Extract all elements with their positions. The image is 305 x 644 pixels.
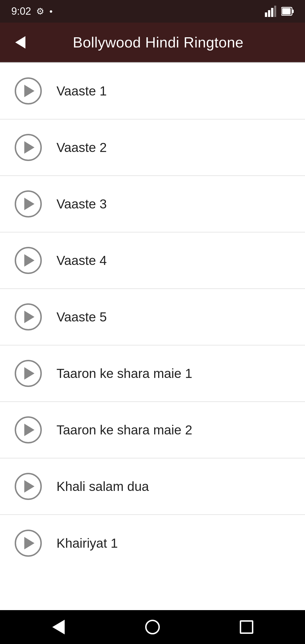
list-item[interactable]: Vaaste 1 xyxy=(0,63,305,119)
svg-rect-2 xyxy=(271,8,273,17)
play-circle-icon xyxy=(15,190,42,217)
nav-home-icon xyxy=(145,620,160,634)
play-circle-icon xyxy=(15,303,42,330)
play-circle-icon xyxy=(15,134,42,161)
ringtone-label: Vaaste 2 xyxy=(56,140,291,155)
play-circle-icon xyxy=(15,77,42,105)
play-triangle-icon xyxy=(24,537,34,549)
nav-home-button[interactable] xyxy=(141,616,164,638)
back-arrow-icon xyxy=(15,36,25,49)
play-circle-icon xyxy=(15,416,42,443)
play-button-5[interactable] xyxy=(14,303,42,331)
list-item[interactable]: Vaaste 4 xyxy=(0,232,305,289)
nav-back-icon xyxy=(52,620,65,634)
list-item[interactable]: Taaron ke shara maie 2 xyxy=(0,402,305,458)
page-title: Bollywood Hindi Ringtone xyxy=(42,34,274,51)
play-button-9[interactable] xyxy=(14,529,42,557)
svg-rect-3 xyxy=(274,6,276,17)
play-button-3[interactable] xyxy=(14,190,42,218)
play-triangle-icon xyxy=(24,367,34,380)
battery-icon xyxy=(281,6,294,16)
play-triangle-icon xyxy=(24,254,34,267)
back-button[interactable] xyxy=(10,32,30,53)
nav-back-button[interactable] xyxy=(47,616,70,638)
ringtone-label: Vaaste 1 xyxy=(56,83,291,99)
ringtone-label: Taaron ke shara maie 2 xyxy=(56,422,291,438)
svg-rect-6 xyxy=(282,8,291,14)
play-triangle-icon xyxy=(24,480,34,493)
list-item[interactable]: Khairiyat 1 xyxy=(0,515,305,571)
nav-bar xyxy=(0,610,305,644)
dot-indicator: • xyxy=(49,6,53,17)
app-bar: Bollywood Hindi Ringtone xyxy=(0,23,305,62)
play-triangle-icon xyxy=(24,311,34,323)
ringtone-label: Taaron ke shara maie 1 xyxy=(56,366,291,381)
play-triangle-icon xyxy=(24,85,34,97)
list-item[interactable]: Vaaste 3 xyxy=(0,176,305,232)
status-bar: 9:02 ⚙ • xyxy=(0,0,305,23)
play-circle-icon xyxy=(15,530,42,557)
nav-recents-button[interactable] xyxy=(235,616,258,638)
settings-icon: ⚙ xyxy=(36,6,44,17)
play-button-2[interactable] xyxy=(14,133,42,162)
play-button-6[interactable] xyxy=(14,359,42,388)
ringtone-label: Khairiyat 1 xyxy=(56,536,291,551)
play-triangle-icon xyxy=(24,141,34,154)
list-item[interactable]: Khali salam dua xyxy=(0,458,305,515)
svg-rect-0 xyxy=(265,12,267,17)
ringtone-list: Vaaste 1 Vaaste 2 Vaaste 3 Vaaste 4 xyxy=(0,63,305,610)
play-circle-icon xyxy=(15,360,42,387)
list-item[interactable]: Vaaste 2 xyxy=(0,119,305,176)
svg-rect-1 xyxy=(268,10,270,17)
status-bar-left: 9:02 ⚙ • xyxy=(11,5,53,17)
play-circle-icon xyxy=(15,247,42,274)
nav-recents-icon xyxy=(240,620,253,634)
play-button-7[interactable] xyxy=(14,416,42,444)
play-triangle-icon xyxy=(24,424,34,436)
list-item[interactable]: Taaron ke shara maie 1 xyxy=(0,345,305,402)
signal-icon xyxy=(265,6,276,17)
play-button-1[interactable] xyxy=(14,77,42,105)
play-triangle-icon xyxy=(24,198,34,210)
ringtone-label: Khali salam dua xyxy=(56,479,291,494)
ringtone-label: Vaaste 3 xyxy=(56,196,291,212)
list-item[interactable]: Vaaste 5 xyxy=(0,289,305,345)
ringtone-label: Vaaste 5 xyxy=(56,309,291,325)
status-time: 9:02 xyxy=(11,5,31,17)
ringtone-label: Vaaste 4 xyxy=(56,253,291,268)
status-bar-right xyxy=(265,6,294,17)
svg-rect-5 xyxy=(292,10,294,13)
play-button-4[interactable] xyxy=(14,246,42,275)
play-circle-icon xyxy=(15,473,42,500)
play-button-8[interactable] xyxy=(14,472,42,501)
